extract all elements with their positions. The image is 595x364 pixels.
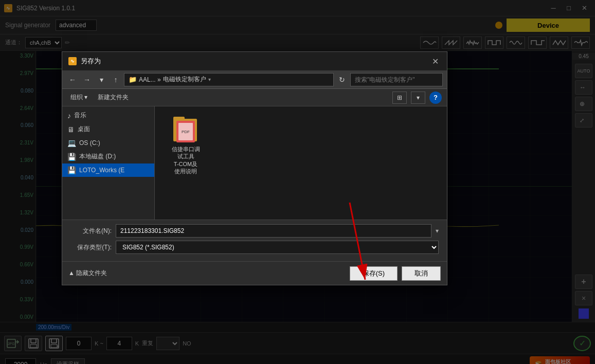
new-folder-button[interactable]: 新建文件夹 [95,92,132,103]
desktop-icon: 🖥 [67,125,75,134]
dialog-buttons: ▲ 隐藏文件夹 保存(S) 取消 [62,261,447,285]
dialog-title: 另存为 [81,57,425,66]
sidebar-item-d-label: 本地磁盘 (D:) [79,152,116,161]
save-dialog: ∿ 另存为 ✕ ← → ▾ ↑ 📁 AAL... » 电磁铁定制客户 ▾ ↻ 组… [62,51,447,285]
new-folder-label: 新建文件夹 [98,93,129,102]
filetype-select[interactable]: SIG852 (*.SIG852) [116,241,439,254]
dialog-sidebar: ♪ 音乐 🖥 桌面 💻 OS (C:) 💾 本地磁盘 (D:) 💾 [62,106,155,220]
dialog-toolbar: 组织 ▾ 新建文件夹 ⊞ ▾ ? [62,89,447,106]
dialog-titlebar: ∿ 另存为 ✕ [62,52,447,70]
organize-button[interactable]: 组织 ▾ [67,92,91,103]
dialog-close-button[interactable]: ✕ [429,56,441,67]
filetype-label: 保存类型(T): [70,243,112,252]
nav-forward-button[interactable]: → [81,74,93,86]
file-item-tcom[interactable]: PDF 信捷串口调 试工具 T-COM及 使用说明 [165,117,206,175]
sidebar-item-desktop-label: 桌面 [78,125,90,134]
d-drive-icon: 💾 [67,153,76,161]
file-label-tcom: 信捷串口调 试工具 T-COM及 使用说明 [172,145,200,175]
c-drive-icon: 💻 [67,139,76,147]
filetype-row: 保存类型(T): SIG852 (*.SIG852) [70,241,439,254]
file-icon-tcom: PDF [173,117,198,143]
view-grid-button[interactable]: ⊞ [392,92,407,104]
filename-arrow[interactable]: ▾ [436,227,439,234]
view-dropdown-button[interactable]: ▾ [411,92,425,104]
nav-path-prefix: AAL... » [139,76,161,83]
loto-icon: 💾 [67,166,76,174]
filename-row: 文件名(N): ▾ [70,224,439,238]
nav-up-button[interactable]: ↑ [110,74,122,86]
save-button[interactable]: 保存(S) [350,266,398,281]
help-button[interactable]: ? [429,92,442,104]
sidebar-item-desktop[interactable]: 🖥 桌面 [62,122,154,136]
nav-folder-icon: 📁 [129,76,137,83]
dialog-content: ♪ 音乐 🖥 桌面 💻 OS (C:) 💾 本地磁盘 (D:) 💾 [62,106,447,220]
hide-folders-button[interactable]: ▲ 隐藏文件夹 [68,269,107,278]
dialog-fields: 文件名(N): ▾ 保存类型(T): SIG852 (*.SIG852) [62,220,447,261]
organize-label: 组织 ▾ [70,93,87,102]
nav-path-current: 电磁铁定制客户 [163,75,206,84]
nav-path: 📁 AAL... » 电磁铁定制客户 ▾ [124,73,334,86]
dialog-files: PDF 信捷串口调 试工具 T-COM及 使用说明 [155,106,447,220]
sidebar-item-music[interactable]: ♪ 音乐 [62,108,154,122]
sidebar-item-music-label: 音乐 [74,111,86,120]
sidebar-item-c-label: OS (C:) [79,139,100,147]
nav-search-input[interactable] [350,73,443,86]
nav-dropdown-button[interactable]: ▾ [95,74,107,86]
sidebar-item-d-drive[interactable]: 💾 本地磁盘 (D:) [62,150,154,163]
nav-back-button[interactable]: ← [66,74,79,86]
filename-input[interactable] [116,224,431,238]
filename-label: 文件名(N): [70,227,112,235]
dialog-nav: ← → ▾ ↑ 📁 AAL... » 电磁铁定制客户 ▾ ↻ [62,70,447,89]
sidebar-item-loto[interactable]: 💾 LOTO_Works (E [62,163,154,177]
dialog-overlay: ∿ 另存为 ✕ ← → ▾ ↑ 📁 AAL... » 电磁铁定制客户 ▾ ↻ 组… [0,0,595,364]
music-icon: ♪ [67,112,71,120]
dialog-icon: ∿ [68,57,77,65]
dialog-action-buttons: 保存(S) 取消 [350,266,441,281]
hide-folders-label: ▲ 隐藏文件夹 [68,269,107,278]
nav-path-arrow: ▾ [208,77,211,82]
cancel-button[interactable]: 取消 [402,266,441,281]
nav-refresh-button[interactable]: ↻ [336,74,348,86]
sidebar-item-loto-label: LOTO_Works (E [79,167,124,174]
sidebar-item-c-drive[interactable]: 💻 OS (C:) [62,136,154,150]
